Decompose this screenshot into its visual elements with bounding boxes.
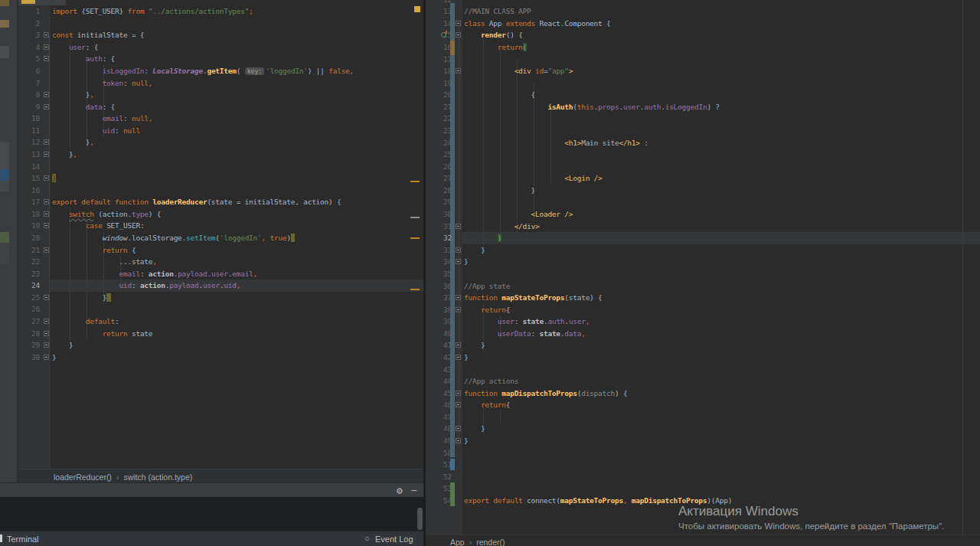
fold-marker-icon[interactable] <box>456 426 461 431</box>
fold-marker-icon[interactable] <box>44 355 49 360</box>
code-token: state <box>523 317 544 325</box>
fold-marker-icon[interactable] <box>44 139 49 145</box>
code-line[interactable]: } <box>464 423 485 435</box>
code-line[interactable]: //MAIN CLASS APP <box>464 5 531 18</box>
toolwindow-button-event-log[interactable]: Event Log <box>375 535 413 544</box>
code-line[interactable]: } <box>464 339 485 351</box>
code-line[interactable]: } <box>52 351 56 364</box>
code-line[interactable]: function mapStateToProps(state) { <box>464 292 603 304</box>
code-token: extends <box>506 19 540 28</box>
terminal-content[interactable] <box>0 497 423 531</box>
code-line[interactable]: return( <box>464 41 527 54</box>
fold-marker-icon[interactable] <box>456 307 461 312</box>
code-line[interactable]: export default function loaderReducer(st… <box>52 196 341 208</box>
code-line[interactable]: <h1>Main site</h1> : <box>464 137 648 149</box>
toolwindow-button-terminal[interactable]: Terminal <box>7 535 39 544</box>
right-editor-pane[interactable]: 1213//MAIN CLASS APP14class App extends … <box>426 0 980 535</box>
fold-marker-icon[interactable] <box>456 391 461 396</box>
breadcrumb-item[interactable]: App <box>450 536 465 546</box>
code-line[interactable]: } <box>52 339 73 351</box>
code-line[interactable]: user: state.auth.user, <box>464 316 590 328</box>
code-line[interactable]: render() { <box>464 29 523 41</box>
code-line[interactable]: switch (action.type) { <box>52 208 161 221</box>
file-tab-remnant[interactable] <box>18 0 66 5</box>
code-line[interactable]: } <box>464 185 535 197</box>
fold-marker-icon[interactable] <box>44 319 49 324</box>
code-line[interactable]: data: { <box>52 101 115 113</box>
fold-marker-icon[interactable] <box>44 199 49 204</box>
code-line[interactable]: { <box>464 89 535 101</box>
code-line[interactable]: uid: null <box>52 125 140 137</box>
minimize-icon[interactable]: — <box>411 486 416 494</box>
code-line[interactable]: }, <box>52 149 77 161</box>
left-editor-pane[interactable]: 1import {SET_USER} from "../actions/acti… <box>18 0 423 469</box>
fold-marker-icon[interactable] <box>456 295 461 300</box>
line-number: 10 <box>18 113 40 125</box>
code-line[interactable]: return state <box>52 328 152 340</box>
fold-marker-icon[interactable] <box>44 331 49 336</box>
code-line[interactable]: } <box>52 292 111 304</box>
fold-marker-icon[interactable] <box>44 247 49 253</box>
code-line[interactable]: email: null, <box>52 113 152 125</box>
code-line[interactable]: <Loader /> <box>464 208 573 221</box>
breadcrumb-item[interactable]: render() <box>476 536 505 546</box>
fold-marker-icon[interactable] <box>456 224 461 229</box>
code-line[interactable]: } <box>464 435 468 447</box>
fold-marker-icon[interactable] <box>44 56 49 61</box>
code-line[interactable]: isAuth(this.props.user.auth.isLoggedIn) … <box>464 101 720 113</box>
gear-icon[interactable]: ⚙ <box>397 486 403 495</box>
fold-marker-icon[interactable] <box>456 438 461 443</box>
code-line[interactable]: }, <box>52 136 94 149</box>
fold-marker-icon[interactable] <box>456 32 461 38</box>
fold-marker-icon[interactable] <box>44 295 49 300</box>
fold-marker-icon[interactable] <box>456 259 461 264</box>
code-line[interactable]: ...state, <box>52 256 157 268</box>
code-line[interactable]: isLoggedIn: LocalStorage.getItem( key:'l… <box>52 65 354 77</box>
code-line[interactable]: function mapDispatchToProps(dispatch) { <box>464 387 627 400</box>
fold-marker-icon[interactable] <box>44 175 49 181</box>
fold-marker-icon[interactable] <box>44 152 49 157</box>
code-line[interactable]: auth: { <box>52 53 115 65</box>
fold-marker-icon[interactable] <box>44 211 49 217</box>
code-line[interactable]: //App state <box>464 280 510 293</box>
fold-marker-icon[interactable] <box>456 355 461 360</box>
fold-marker-icon[interactable] <box>456 21 461 26</box>
code-line[interactable]: <div id="app"> <box>464 65 573 77</box>
code-line[interactable]: class App extends React.Component { <box>464 18 610 30</box>
code-line[interactable]: return{ <box>464 304 510 316</box>
code-line[interactable]: <Login /> <box>464 172 603 185</box>
collapsed-side-strip[interactable] <box>0 0 17 546</box>
code-line[interactable]: email: action.payload.user.email, <box>52 268 257 280</box>
code-line[interactable]: const initialState = { <box>52 29 144 41</box>
code-line[interactable]: } <box>464 256 468 268</box>
code-line[interactable]: //App actions <box>464 375 518 387</box>
fold-marker-icon[interactable] <box>44 104 49 110</box>
code-line[interactable]: window.localStorage.setItem('loggedIn', … <box>52 232 295 244</box>
fold-marker-icon[interactable] <box>44 92 49 97</box>
code-line[interactable]: ) <box>464 232 501 244</box>
code-line[interactable]: case SET_USER: <box>52 220 144 232</box>
code-line[interactable]: } <box>52 172 56 185</box>
fold-marker-icon[interactable] <box>456 247 461 253</box>
fold-marker-icon[interactable] <box>44 32 49 38</box>
code-line[interactable]: } <box>464 351 468 364</box>
gutter-mark <box>410 217 420 218</box>
code-line[interactable]: userData: state.data, <box>464 328 586 340</box>
code-line[interactable]: return { <box>52 244 136 257</box>
code-line[interactable]: } <box>464 244 485 257</box>
fold-marker-icon[interactable] <box>44 223 49 228</box>
code-line[interactable]: }, <box>52 89 94 101</box>
fold-marker-icon[interactable] <box>456 342 461 348</box>
code-line[interactable]: import {SET_USER} from "../actions/actio… <box>52 5 253 18</box>
fold-marker-icon[interactable] <box>44 44 49 50</box>
fold-marker-icon[interactable] <box>44 342 49 348</box>
code-line[interactable]: </div> <box>464 221 539 233</box>
code-line[interactable]: return{ <box>464 399 510 411</box>
fold-marker-icon[interactable] <box>456 402 461 407</box>
terminal-scrollbar[interactable] <box>417 508 423 530</box>
code-line[interactable]: token: null, <box>52 77 152 90</box>
code-line[interactable]: default: <box>52 316 119 328</box>
fold-marker-icon[interactable] <box>456 68 461 74</box>
code-line[interactable]: uid: action.payload.user.uid, <box>52 280 240 292</box>
code-line[interactable]: user: { <box>52 41 98 54</box>
